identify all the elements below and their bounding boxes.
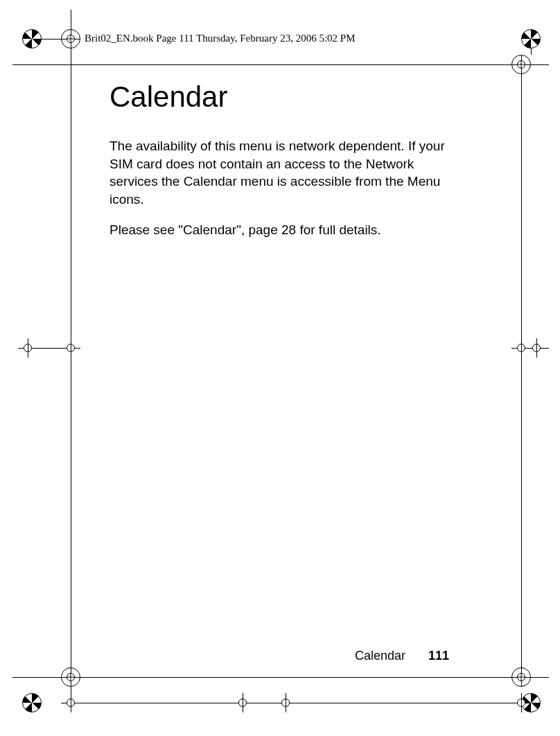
crop-line	[531, 677, 549, 678]
crop-line	[42, 677, 61, 678]
crop-cross-icon	[276, 693, 295, 712]
paragraph: Please see "Calendar", page 28 for full …	[110, 221, 449, 239]
crop-line	[42, 39, 61, 40]
crop-line	[80, 703, 233, 703]
crop-line	[531, 49, 532, 55]
footer-section: Calendar	[355, 649, 405, 663]
crop-cross-icon	[61, 338, 80, 358]
paragraph: The availability of this menu is network…	[110, 137, 449, 209]
crop-line	[531, 64, 549, 65]
crop-cross-icon	[233, 693, 252, 712]
crop-line	[12, 677, 511, 678]
crop-cross-icon	[511, 693, 531, 712]
registration-pie-icon	[521, 29, 541, 49]
crop-line	[12, 64, 511, 65]
crop-line	[252, 703, 276, 703]
registration-target-icon	[61, 667, 80, 687]
crop-line	[521, 55, 522, 687]
registration-pie-icon	[22, 693, 42, 712]
page-body: Calendar The availability of this menu i…	[110, 80, 449, 251]
page-footer: Calendar 111	[0, 649, 560, 663]
footer-page-number: 111	[428, 649, 449, 663]
registration-pie-icon	[22, 29, 42, 49]
crop-cross-icon	[527, 338, 546, 358]
page-title: Calendar	[110, 80, 449, 114]
crop-cross-icon	[18, 338, 37, 358]
crop-line	[295, 703, 511, 703]
crop-line	[37, 348, 61, 349]
document-header-meta: Brit02_EN.book Page 111 Thursday, Februa…	[85, 33, 356, 44]
crop-cross-icon	[61, 693, 80, 712]
